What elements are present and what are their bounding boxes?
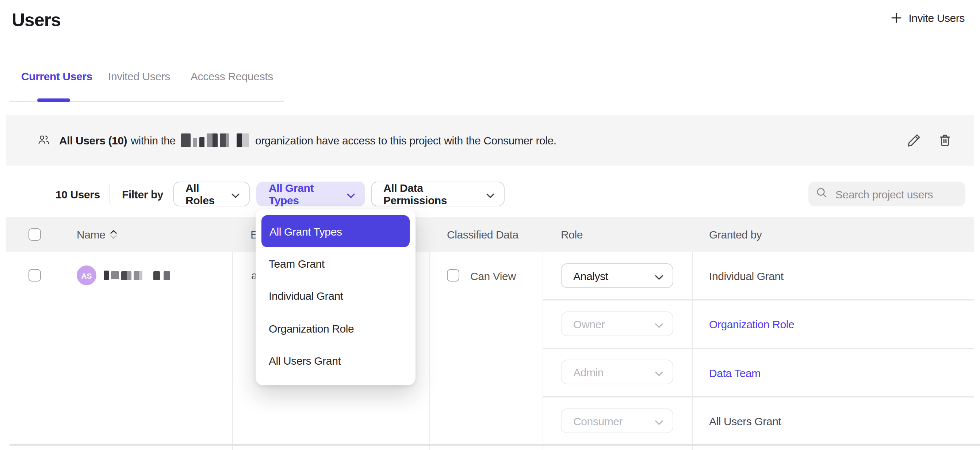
delete-icon[interactable] (938, 133, 952, 148)
menu-item-organization-role[interactable]: Organization Role (256, 312, 415, 345)
chevron-down-icon (486, 188, 495, 200)
role-select-analyst[interactable]: Analyst (561, 263, 673, 288)
all-grant-types-filter[interactable]: All Grant Types (256, 182, 365, 206)
granted-by-value: All Users Grant (709, 415, 781, 428)
tab-invited-users[interactable]: Invited Users (108, 70, 170, 82)
role-select-admin: Admin (561, 360, 673, 384)
granted-by-value: Individual Grant (709, 270, 784, 282)
column-role: Role (561, 217, 583, 252)
invite-users-button[interactable]: Invite Users (891, 12, 965, 24)
column-name: Name (77, 228, 105, 241)
menu-item-team-grant[interactable]: Team Grant (256, 247, 415, 280)
banner-bold-text: All Users (10) (59, 134, 127, 147)
chevron-down-icon (655, 269, 663, 282)
redacted-organization-name (181, 133, 250, 147)
plus-icon (891, 13, 902, 23)
role-value: Analyst (573, 269, 608, 282)
chevron-down-icon (231, 188, 240, 200)
banner-end-text: organization have access to this project… (255, 134, 557, 147)
can-view-label: Can View (470, 270, 516, 282)
redacted-user-name (104, 271, 170, 280)
chevron-down-icon (655, 366, 663, 378)
select-all-checkbox[interactable] (29, 228, 41, 241)
role-select-consumer: Consumer (561, 409, 673, 433)
filter-by-label: Filter by (122, 188, 163, 201)
chevron-down-icon (347, 188, 355, 200)
row-divider (10, 444, 980, 445)
menu-item-all-users-grant[interactable]: All Users Grant (256, 345, 415, 377)
column-divider (430, 252, 430, 450)
filter-divider (110, 184, 110, 204)
search-box (808, 182, 966, 206)
users-page: Users Invite Users Current Users Invited… (0, 0, 980, 450)
role-value: Consumer (573, 415, 622, 427)
role-value: Admin (573, 366, 603, 378)
page-title: Users (12, 10, 60, 31)
table-header: Name Email Classified Data Role Granted … (6, 217, 974, 252)
invite-users-label: Invite Users (908, 12, 965, 24)
banner-text: All Users (10) within the organization h… (59, 115, 557, 166)
can-view-checkbox[interactable] (447, 269, 459, 282)
column-divider (692, 252, 693, 450)
users-icon (37, 133, 50, 149)
banner-mid-text: within the (131, 134, 176, 147)
subrow-divider (543, 299, 974, 300)
all-users-banner: All Users (10) within the organization h… (6, 115, 974, 166)
menu-item-all-grant-types[interactable]: All Grant Types (261, 215, 410, 247)
row-checkbox[interactable] (29, 269, 41, 282)
edit-icon[interactable] (906, 133, 921, 148)
grant-types-dropdown-menu: All Grant Types Team Grant Individual Gr… (256, 209, 415, 385)
granted-by-link[interactable]: Data Team (709, 367, 760, 379)
all-grant-types-label: All Grant Types (269, 182, 340, 206)
role-select-owner: Owner (561, 311, 673, 336)
subrow-divider (543, 348, 974, 349)
granted-by-link[interactable]: Organization Role (709, 318, 794, 330)
subrow-divider (543, 396, 974, 397)
avatar: AS (77, 266, 96, 285)
active-tab-indicator (37, 98, 70, 102)
column-divider (542, 252, 543, 450)
search-input[interactable] (834, 187, 958, 201)
chevron-down-icon (655, 318, 663, 330)
all-data-permissions-filter[interactable]: All Data Permissions (371, 182, 504, 206)
tab-current-users[interactable]: Current Users (21, 70, 92, 82)
tab-access-requests[interactable]: Access Requests (191, 70, 273, 82)
chevron-down-icon (655, 415, 663, 427)
column-granted-by: Granted by (709, 217, 762, 252)
user-count: 10 Users (56, 188, 100, 201)
column-divider (232, 252, 233, 450)
column-classified-data: Classified Data (447, 217, 519, 252)
all-roles-label: All Roles (186, 182, 225, 206)
all-data-permissions-label: All Data Permissions (383, 182, 480, 206)
menu-item-individual-grant[interactable]: Individual Grant (256, 280, 415, 312)
sort-icon[interactable] (110, 230, 117, 239)
role-value: Owner (573, 318, 605, 330)
all-roles-filter[interactable]: All Roles (173, 182, 250, 206)
search-icon (816, 187, 827, 201)
